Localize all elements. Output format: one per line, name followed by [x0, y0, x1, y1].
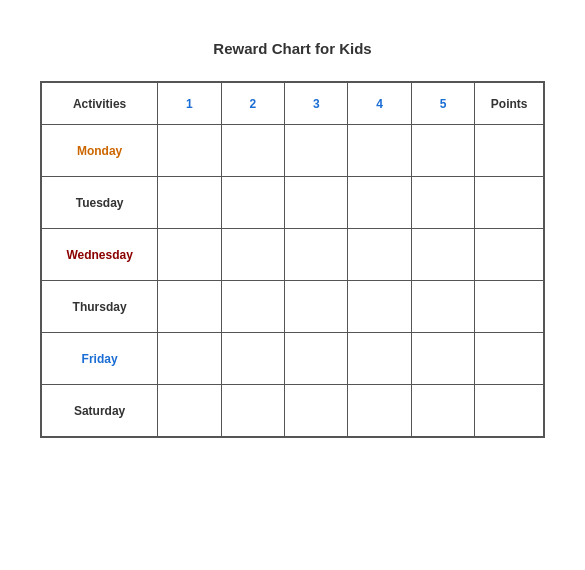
- activity-cell[interactable]: [221, 281, 284, 333]
- activity-cell[interactable]: [158, 281, 221, 333]
- points-cell[interactable]: [475, 385, 544, 437]
- activity-cell[interactable]: [221, 333, 284, 385]
- points-cell[interactable]: [475, 333, 544, 385]
- reward-chart: Activities 1 2 3 4 5 Points MondayTuesda…: [40, 81, 545, 438]
- activity-cell[interactable]: [221, 385, 284, 437]
- points-cell[interactable]: [475, 229, 544, 281]
- activity-cell[interactable]: [221, 229, 284, 281]
- activity-cell[interactable]: [285, 333, 348, 385]
- activity-cell[interactable]: [411, 229, 474, 281]
- table-header-row: Activities 1 2 3 4 5 Points: [42, 83, 544, 125]
- activity-cell[interactable]: [348, 125, 411, 177]
- activity-cell[interactable]: [285, 125, 348, 177]
- table-row: Wednesday: [42, 229, 544, 281]
- col-header-5: 5: [411, 83, 474, 125]
- page-title: Reward Chart for Kids: [213, 40, 371, 57]
- activity-cell[interactable]: [158, 385, 221, 437]
- activity-cell[interactable]: [411, 333, 474, 385]
- activity-cell[interactable]: [348, 229, 411, 281]
- activity-cell[interactable]: [285, 281, 348, 333]
- activity-cell[interactable]: [158, 125, 221, 177]
- table-row: Thursday: [42, 281, 544, 333]
- activity-cell[interactable]: [285, 177, 348, 229]
- activity-cell[interactable]: [348, 385, 411, 437]
- col-header-3: 3: [285, 83, 348, 125]
- activity-cell[interactable]: [285, 229, 348, 281]
- table-row: Saturday: [42, 385, 544, 437]
- day-label-monday: Monday: [42, 125, 158, 177]
- points-cell[interactable]: [475, 281, 544, 333]
- activity-cell[interactable]: [411, 177, 474, 229]
- col-header-2: 2: [221, 83, 284, 125]
- points-header: Points: [475, 83, 544, 125]
- activity-cell[interactable]: [411, 125, 474, 177]
- activity-cell[interactable]: [348, 333, 411, 385]
- day-label-friday: Friday: [42, 333, 158, 385]
- day-label-tuesday: Tuesday: [42, 177, 158, 229]
- activity-cell[interactable]: [158, 333, 221, 385]
- points-cell[interactable]: [475, 177, 544, 229]
- col-header-4: 4: [348, 83, 411, 125]
- col-header-1: 1: [158, 83, 221, 125]
- activities-header: Activities: [42, 83, 158, 125]
- table-row: Tuesday: [42, 177, 544, 229]
- day-label-wednesday: Wednesday: [42, 229, 158, 281]
- activity-cell[interactable]: [158, 229, 221, 281]
- table-row: Friday: [42, 333, 544, 385]
- activity-cell[interactable]: [221, 125, 284, 177]
- activity-cell[interactable]: [221, 177, 284, 229]
- activity-cell[interactable]: [348, 177, 411, 229]
- points-cell[interactable]: [475, 125, 544, 177]
- day-label-thursday: Thursday: [42, 281, 158, 333]
- activity-cell[interactable]: [285, 385, 348, 437]
- activity-cell[interactable]: [411, 281, 474, 333]
- activity-cell[interactable]: [348, 281, 411, 333]
- activity-cell[interactable]: [158, 177, 221, 229]
- day-label-saturday: Saturday: [42, 385, 158, 437]
- table-row: Monday: [42, 125, 544, 177]
- activity-cell[interactable]: [411, 385, 474, 437]
